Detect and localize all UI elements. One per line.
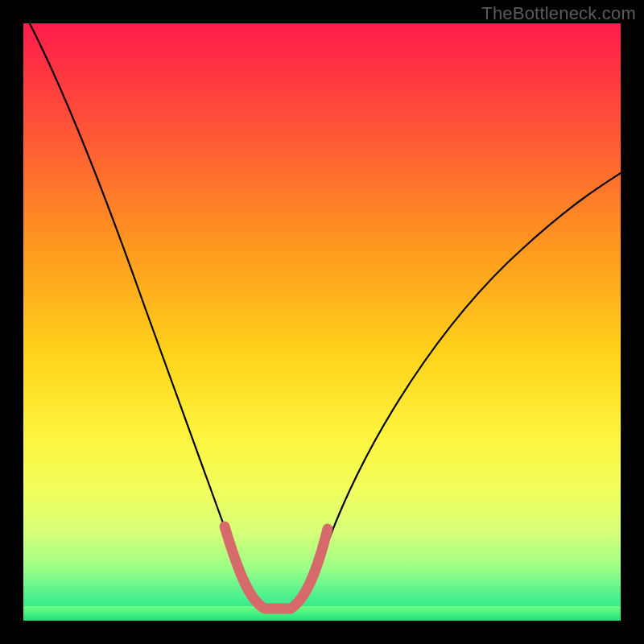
highlight-segment [225, 526, 328, 609]
plot-area [23, 23, 621, 621]
curve-layer [23, 23, 621, 621]
bottleneck-curve [23, 23, 621, 609]
attribution-label: TheBottleneck.com [481, 3, 636, 24]
chart-frame: TheBottleneck.com [0, 0, 644, 644]
